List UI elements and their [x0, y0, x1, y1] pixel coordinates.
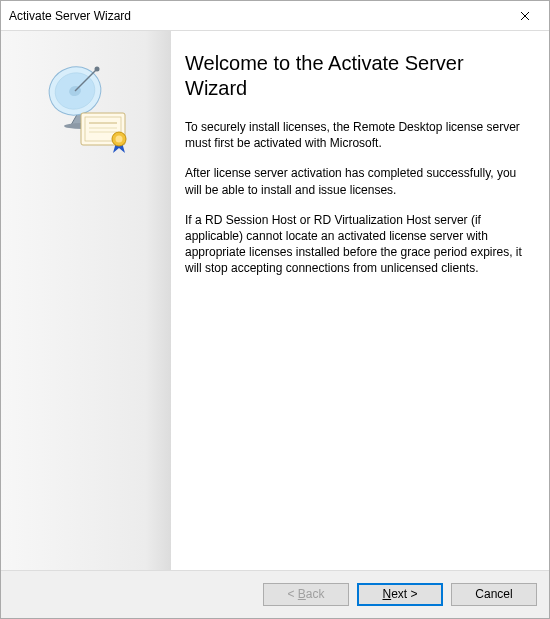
close-icon	[520, 11, 530, 21]
next-button[interactable]: Next >	[357, 583, 443, 606]
next-mnemonic: N	[382, 587, 391, 601]
svg-point-12	[116, 136, 123, 143]
wizard-content: Welcome to the Activate Server Wizard To…	[1, 31, 549, 570]
intro-paragraph-3: If a RD Session Host or RD Virtualizatio…	[185, 212, 527, 277]
svg-point-5	[95, 67, 100, 72]
satellite-dish-certificate-icon	[36, 55, 136, 158]
titlebar: Activate Server Wizard	[1, 1, 549, 31]
back-prefix: <	[287, 587, 297, 601]
next-rest: ext >	[391, 587, 417, 601]
wizard-window: Activate Server Wizard	[0, 0, 550, 619]
back-mnemonic: B	[298, 587, 306, 601]
back-rest: ack	[306, 587, 325, 601]
back-button[interactable]: < Back	[263, 583, 349, 606]
main-panel: Welcome to the Activate Server Wizard To…	[171, 31, 549, 570]
button-row: < Back Next > Cancel	[1, 570, 549, 618]
window-title: Activate Server Wizard	[9, 9, 502, 23]
cancel-button[interactable]: Cancel	[451, 583, 537, 606]
close-button[interactable]	[502, 2, 547, 30]
page-heading: Welcome to the Activate Server Wizard	[185, 51, 527, 101]
intro-paragraph-1: To securely install licenses, the Remote…	[185, 119, 527, 151]
intro-paragraph-2: After license server activation has comp…	[185, 165, 527, 197]
side-panel	[1, 31, 171, 570]
